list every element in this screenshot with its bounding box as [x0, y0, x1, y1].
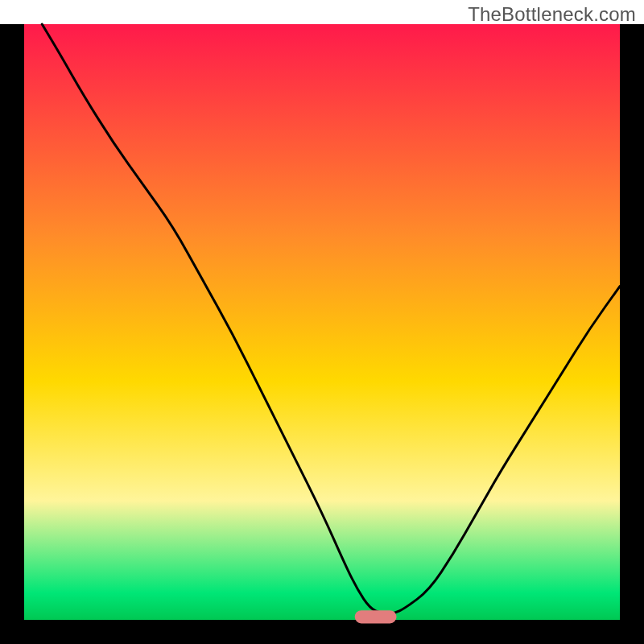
plot-background	[24, 24, 620, 620]
axis-frame	[0, 24, 24, 620]
bottleneck-chart	[0, 0, 644, 644]
watermark-text: TheBottleneck.com	[468, 3, 636, 26]
axis-frame	[0, 620, 644, 644]
optimal-region-marker	[355, 610, 397, 623]
chart-canvas: TheBottleneck.com	[0, 0, 644, 644]
axis-frame	[620, 24, 644, 620]
